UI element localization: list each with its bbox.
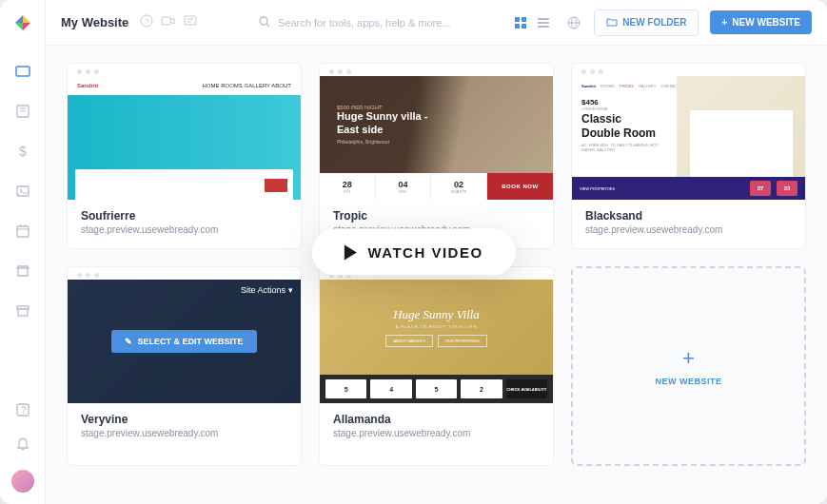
new-folder-button[interactable]: NEW FOLDER (594, 10, 699, 36)
thumb-brand: Sandriti (581, 84, 596, 88)
card-title: Tropic (333, 209, 540, 223)
watch-video-button[interactable]: WATCH VIDEO (311, 229, 515, 276)
hover-overlay: Site Actions ▾ ✎ SELECT & EDIT WEBSITE (68, 280, 301, 403)
nav-news-icon[interactable] (14, 103, 31, 120)
thumb-cell: 2 (461, 379, 502, 398)
window-dots (68, 267, 301, 280)
card-title: Soufrierre (81, 209, 287, 223)
thumb-d1: 28 (343, 180, 352, 189)
svg-line-22 (266, 24, 269, 27)
svg-rect-7 (17, 226, 29, 237)
thumbnail: $500 PER NIGHT Huge Sunny villa - East s… (320, 76, 553, 200)
card-url: stage.preview.usewebready.com (81, 224, 287, 235)
search-icon (259, 16, 270, 29)
add-card-label: NEW WEBSITE (656, 377, 722, 386)
list-view-icon[interactable] (535, 14, 552, 31)
search-placeholder: Search for tools, apps, help & more... (278, 17, 451, 29)
website-card[interactable]: SandritiROOMSPRICESGALLERYCONTACT $456 /… (571, 63, 806, 249)
page-title: My Website (61, 15, 128, 29)
chevron-down-icon: ▾ (288, 285, 293, 295)
thumb-badge: 23 (777, 181, 797, 196)
edit-button-label: SELECT & EDIT WEBSITE (137, 337, 243, 346)
thumb-btn: OUR PROPERTIES (438, 335, 487, 347)
website-card[interactable]: $500 PER NIGHT Huge Sunny villa - East s… (319, 63, 554, 249)
thumb-btn: ABOUT SANDRITI (385, 335, 433, 347)
svg-rect-17 (162, 17, 170, 25)
nav-archive-icon[interactable] (14, 302, 31, 320)
card-url: stage.preview.usewebready.com (585, 224, 792, 235)
logo-icon (11, 11, 34, 34)
thumb-title: Huge Sunny villa - (337, 110, 553, 123)
search-area[interactable]: Search for tools, apps, help & more... (208, 16, 501, 29)
svg-rect-18 (185, 16, 196, 25)
thumb-nav: HOME ROOMS GALLERY ABOUT (203, 83, 291, 88)
new-website-label: NEW WEBSITE (732, 17, 800, 28)
title-icons: ? (140, 14, 197, 31)
card-title: Blacksand (585, 209, 792, 223)
chat-icon[interactable] (184, 14, 197, 31)
nav-image-icon[interactable] (14, 183, 31, 200)
card-url: stage.preview.usewebready.com (333, 428, 540, 438)
card-title: Veryvine (81, 413, 287, 426)
svg-text:?: ? (21, 405, 27, 416)
video-icon[interactable] (161, 14, 176, 31)
window-dots (572, 64, 805, 76)
thumb-sub: A PLACE TO ENJOY YOUR LIFE (396, 324, 478, 329)
thumb-cell: CHECK AVAILABILITY (506, 379, 547, 398)
watch-video-label: WATCH VIDEO (367, 244, 482, 261)
svg-text:$: $ (19, 144, 27, 159)
svg-rect-0 (16, 67, 30, 76)
thumb-badge: 07 (750, 181, 771, 196)
grid-view-icon[interactable] (512, 14, 529, 31)
thumb-desc: AC, FREE WIFI, TV, DAILY CLEANING, HOT W… (581, 143, 667, 152)
thumb-title: Classic (581, 113, 667, 126)
card-info: Veryvine stage.preview.usewebready.com (68, 403, 301, 452)
nav-calendar-icon[interactable] (14, 223, 31, 240)
thumbnail: SandritiHOME ROOMS GALLERY ABOUT (68, 76, 301, 200)
add-website-card[interactable]: + NEW WEBSITE (571, 266, 806, 466)
thumbnail: Huge Sunny Villa A PLACE TO ENJOY YOUR L… (320, 280, 553, 403)
plus-icon: + (682, 346, 695, 371)
svg-rect-26 (522, 24, 526, 29)
bell-icon[interactable] (14, 436, 31, 453)
card-info: Blacksand stage.preview.usewebready.com (572, 200, 805, 248)
nav-store-icon[interactable] (14, 262, 31, 280)
thumb-d3: 02 (454, 180, 463, 189)
play-icon (344, 244, 356, 260)
topbar: My Website ? Search for tools, apps, hel… (46, 0, 827, 46)
globe-icon[interactable] (565, 14, 582, 31)
thumb-sub: Philadelphia, Brightwood (337, 139, 553, 145)
thumb-price: $456 (581, 98, 667, 107)
window-dots (68, 64, 301, 76)
svg-text:?: ? (145, 17, 149, 26)
avatar[interactable] (11, 470, 34, 493)
help-circle-icon[interactable]: ? (140, 14, 153, 31)
sidebar-bottom: ? (11, 401, 34, 493)
nav-billing-icon[interactable]: $ (14, 143, 31, 160)
svg-rect-25 (515, 24, 520, 29)
help-icon[interactable]: ? (14, 401, 31, 418)
thumbnail: Sophia Site Actions ▾ ✎ SELECT & EDIT WE… (68, 280, 301, 403)
thumb-title: East side (337, 124, 553, 136)
thumb-cell: 5 (416, 379, 457, 398)
folder-icon (606, 17, 618, 29)
card-url: stage.preview.usewebready.com (81, 428, 287, 438)
website-card[interactable]: Sophia Site Actions ▾ ✎ SELECT & EDIT WE… (67, 266, 302, 466)
plus-icon: + (721, 17, 727, 28)
thumb-brand: Sandriti (77, 83, 98, 88)
site-actions-label: Site Actions (241, 285, 286, 295)
site-actions-dropdown[interactable]: Site Actions ▾ (241, 285, 293, 295)
sidebar: $ ? (0, 0, 46, 504)
thumb-price-sub: / PRICE FROM (581, 107, 667, 111)
new-website-button[interactable]: + NEW WEBSITE (710, 10, 812, 34)
website-card[interactable]: SandritiHOME ROOMS GALLERY ABOUT Soufrie… (67, 63, 302, 249)
pencil-icon: ✎ (125, 337, 132, 346)
select-edit-button[interactable]: ✎ SELECT & EDIT WEBSITE (111, 330, 256, 353)
svg-rect-23 (515, 17, 520, 22)
thumb-cell: 5 (325, 379, 366, 398)
thumb-title: Double Room (581, 127, 667, 140)
nav-dashboard-icon[interactable] (14, 63, 31, 80)
svg-rect-24 (522, 17, 526, 22)
thumb-book: BOOK NOW (487, 173, 553, 200)
website-card[interactable]: Huge Sunny Villa A PLACE TO ENJOY YOUR L… (319, 266, 554, 466)
